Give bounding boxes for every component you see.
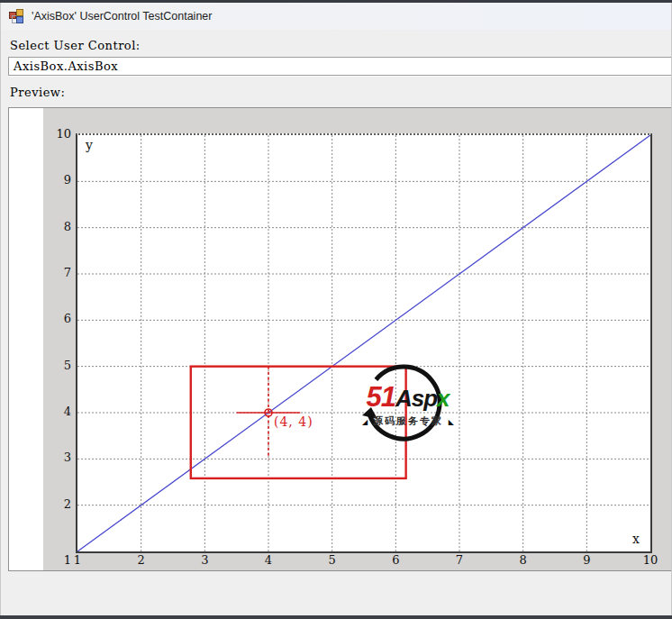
plot-canvas: [77, 135, 650, 551]
y-tick-label: 6: [44, 312, 71, 325]
axisbox-control[interactable]: y x (4, 4) 51Aspx ◢ 源码服务专家 ◣: [43, 108, 671, 570]
x-tick-label: 5: [314, 553, 350, 567]
y-tick-label: 2: [44, 497, 71, 511]
brand-51: 51: [366, 381, 395, 413]
preview-label: Preview:: [10, 86, 65, 99]
x-tick-label: 10: [632, 553, 668, 567]
watermark-logo: 51Aspx ◢ 源码服务专家 ◣: [341, 358, 476, 457]
x-tick-label: 8: [505, 553, 541, 567]
brand-asp: Asp: [395, 385, 437, 412]
winforms-app-icon: [9, 9, 23, 23]
y-tick-label: 7: [44, 266, 71, 279]
y-tick-label: 9: [44, 173, 71, 187]
y-tick-label: 3: [44, 451, 71, 464]
brand-x-checkmark: x: [437, 385, 450, 412]
y-tick-label: 10: [44, 127, 71, 141]
x-tick-label: 7: [441, 553, 477, 567]
window-bottom-edge: [0, 615, 672, 619]
x-tick-label: 2: [123, 553, 159, 567]
x-tick-label: 3: [186, 553, 222, 567]
x-tick-label: 9: [568, 553, 604, 567]
x-tick-label: 4: [250, 553, 286, 567]
select-user-control-label: Select User Control:: [10, 39, 141, 52]
data-line: [77, 135, 650, 551]
combobox-value: AxisBox.AxisBox: [9, 59, 118, 73]
preview-panel: y x (4, 4) 51Aspx ◢ 源码服务专家 ◣: [8, 107, 671, 571]
y-tick-label: 8: [44, 220, 71, 233]
watermark-brand: 51Aspx: [341, 381, 476, 414]
y-tick-label: 1: [44, 553, 71, 567]
tagline-right-triangle-icon: ◣: [449, 417, 454, 426]
marker-label: (4, 4): [274, 414, 313, 429]
x-axis-letter: x: [632, 532, 640, 546]
tagline-left-triangle-icon: ◢: [362, 417, 368, 426]
plot-area[interactable]: y x (4, 4) 51Aspx ◢ 源码服务专家 ◣: [76, 133, 652, 553]
y-tick-label: 5: [44, 359, 71, 372]
tagline-text: 源码服务专家: [373, 415, 443, 427]
watermark-tagline: ◢ 源码服务专家 ◣: [341, 414, 476, 428]
y-tick-label: 4: [44, 405, 71, 418]
window-title: 'AxisBox' UserControl TestContainer: [32, 10, 212, 23]
user-control-combobox[interactable]: AxisBox.AxisBox: [8, 57, 671, 76]
x-tick-label: 6: [377, 553, 413, 567]
y-axis-letter: y: [86, 138, 93, 152]
window: 'AxisBox' UserControl TestContainer Sele…: [0, 0, 672, 619]
titlebar[interactable]: 'AxisBox' UserControl TestContainer: [1, 3, 671, 30]
